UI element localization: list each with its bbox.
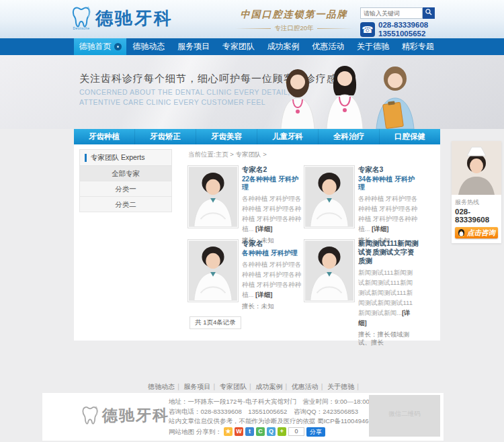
footer-contact-line: 咨询电话：028-83339608 13551005652 咨询QQ：24235…: [169, 407, 377, 417]
subnav-item-general[interactable]: 全科治疗: [319, 129, 380, 144]
pagination-info: 共 1页4条记录: [190, 316, 241, 329]
expert-skill: 擅长：未知: [242, 302, 302, 310]
footer-disclaimer-line: 站内文章信息仅供参考，不能作为诊断及医疗的依据 蜀ICP备11004946号: [169, 416, 377, 427]
tooth-logo-icon: Deutsche: [71, 6, 91, 30]
expert-description: 各种种植 牙科护理各种种植 牙科护理各种种植 牙科护理各种种植... [详细]: [242, 259, 302, 300]
search-bar: [360, 7, 435, 19]
subnav-item-implant[interactable]: 牙齿种植: [74, 129, 135, 144]
expert-name[interactable]: 专家名: [242, 239, 302, 248]
nav-item-promotions[interactable]: 优惠活动: [306, 38, 351, 55]
sidebar-item-category-2[interactable]: 分类二: [79, 197, 172, 212]
main-nav: 德驰首页 德驰动态 服务项目 专家团队 成功案例 优惠活动 关于德驰 精彩专题: [0, 38, 504, 55]
expert-photo[interactable]: [304, 165, 355, 228]
footer-address-line: 地址：一环路东一段172号-电子科大宾馆对门 营业时间：9:00—18:00: [169, 397, 377, 407]
footer-share-row: 网站地图 分享到： ★ W t C Q + 0 分享: [169, 427, 377, 437]
consult-widget: 服务热线 028-83339608 点击咨询: [452, 141, 501, 243]
expert-description: 新闻测试111新闻测试新闻测试111新闻测试新闻测试111新闻测试新闻测试111…: [358, 267, 419, 328]
expert-info: 专家名3 34各种种植 牙科护理 各种种植 牙科护理各种种植 牙科护理各种种植 …: [358, 165, 419, 245]
header: Deutsche 德驰牙科 中国口腔连锁第一品牌 专注口腔20年 ☎: [0, 0, 504, 38]
logo-text: 德驰牙科: [95, 7, 173, 30]
breadcrumb-current-link[interactable]: 专家团队: [235, 150, 261, 158]
sidebar-title: 专家团队 Experts: [91, 153, 145, 163]
footer: 德驰牙科 地址：一环路东一段172号-电子科大宾馆对门 营业时间：9:00—18…: [42, 393, 444, 441]
share-more-icon[interactable]: +: [278, 427, 286, 436]
hotline-number: 028-83339608: [455, 208, 501, 224]
sidebar-header: 专家团队 Experts: [79, 149, 172, 166]
footer-nav-promotions[interactable]: 优惠活动: [292, 383, 319, 390]
sidebar: 专家团队 Experts 全部专家 分类一 分类二: [79, 149, 172, 212]
footer-info: 地址：一环路东一段172号-电子科大宾馆对门 营业时间：9:00—18:00 咨…: [169, 397, 377, 437]
sidebar-item-all-experts[interactable]: 全部专家: [79, 166, 172, 181]
expert-card: 专家名2 22各种种植 牙科护理 各种种植 牙科护理各种种植 牙科护理各种种植 …: [187, 165, 303, 238]
nav-item-about[interactable]: 关于德驰: [351, 38, 396, 55]
nav-item-cases[interactable]: 成功案例: [261, 38, 306, 55]
footer-nav: 德驰动态| 服务项目| 专家团队| 成功案例| 优惠活动| 关于德驰|: [0, 382, 504, 392]
share-count: 0: [288, 427, 304, 436]
nav-active-badge-icon: [114, 43, 122, 50]
footer-nav-news[interactable]: 德驰动态: [148, 383, 175, 390]
expert-card: 专家名3 34各种种植 牙科护理 各种种植 牙科护理各种种植 牙科护理各种种植 …: [304, 165, 419, 238]
phone-numbers: 028-83339608 13551005652: [378, 21, 428, 38]
banner-staff-photo: [261, 56, 430, 129]
nav-item-specials[interactable]: 精彩专题: [395, 38, 440, 55]
header-phones: ☎ 028-83339608 13551005652: [360, 21, 428, 38]
tencent-weibo-icon[interactable]: t: [245, 427, 254, 436]
qzone-icon[interactable]: ★: [224, 427, 233, 436]
expert-description: 各种种植 牙科护理各种种植 牙科护理各种种植 牙科护理各种种植... [详细]: [242, 193, 302, 234]
footer-nav-about[interactable]: 关于德驰: [327, 383, 354, 390]
page: Deutsche 德驰牙科 中国口腔连锁第一品牌 专注口腔20年 ☎: [0, 0, 504, 442]
expert-skill: 擅长：擅长领域测试、擅长: [358, 330, 419, 347]
header-slogan: 中国口腔连锁第一品牌 专注口腔20年: [235, 9, 353, 33]
hero-banner: 关注齿科诊疗每个细节，细心呵护每一位顾客的诊疗感受 CONCERNED ABOU…: [0, 55, 504, 129]
nav-item-news[interactable]: 德驰动态: [126, 38, 171, 55]
footer-tooth-logo-icon: [81, 406, 99, 425]
footer-nav-cases[interactable]: 成功案例: [255, 383, 282, 390]
nav-item-services[interactable]: 服务项目: [171, 38, 216, 55]
main-content: 专家团队 Experts 全部专家 分类一 分类二 当前位置:主页 > 专家团队…: [74, 144, 440, 341]
nav-item-home[interactable]: 德驰首页: [74, 38, 126, 55]
expert-photo[interactable]: [187, 239, 239, 302]
hotline-label: 服务热线: [455, 198, 501, 207]
expert-card: 专家名 各种种植 牙科护理 各种种植 牙科护理各种种植 牙科护理各种种植 牙科护…: [187, 239, 303, 312]
expert-photo[interactable]: [187, 165, 239, 228]
consult-button[interactable]: 点击咨询: [455, 227, 498, 238]
phone-number-2: 13551005652: [378, 30, 428, 38]
search-input[interactable]: [360, 7, 423, 19]
wechat-icon[interactable]: C: [256, 427, 265, 436]
expert-name[interactable]: 新闻测试111新闻测试资质测试文字资质测: [358, 239, 419, 265]
expert-info: 专家名2 22各种种植 牙科护理 各种种植 牙科护理各种种植 牙科护理各种种植 …: [242, 165, 302, 245]
footer-nav-experts[interactable]: 专家团队: [220, 383, 247, 390]
share-label: 分享到：: [196, 427, 222, 437]
expert-title: 22各种种植 牙科护理: [242, 175, 302, 191]
nav-item-experts[interactable]: 专家团队: [216, 38, 261, 55]
expert-photo[interactable]: [304, 239, 355, 302]
expert-name[interactable]: 专家名3: [358, 165, 419, 174]
expert-title: 34各种种植 牙科护理: [358, 175, 419, 191]
wechat-qr-placeholder: 微信二维码: [369, 395, 440, 437]
phone-number-1: 028-83339608: [378, 21, 428, 30]
expert-info: 新闻测试111新闻测试资质测试文字资质测 新闻测试111新闻测试新闻测试111新…: [358, 239, 419, 347]
expert-description: 各种种植 牙科护理各种种植 牙科护理各种种植 牙科护理各种种植... [详细]: [358, 193, 419, 234]
subnav-item-orthodontics[interactable]: 牙齿矫正: [135, 129, 196, 144]
site-logo[interactable]: Deutsche 德驰牙科: [71, 6, 173, 30]
expert-name[interactable]: 专家名2: [242, 165, 302, 174]
subnav-item-oral-care[interactable]: 口腔保健: [380, 129, 440, 144]
search-button[interactable]: [423, 7, 435, 19]
subnav-item-cosmetic[interactable]: 牙齿美容: [196, 129, 257, 144]
detail-link[interactable]: [详细]: [255, 225, 272, 232]
sitemap-link[interactable]: 网站地图: [169, 427, 194, 437]
expert-title: 各种种植 牙科护理: [242, 249, 302, 257]
sidebar-accent-bar: [85, 154, 87, 162]
subnav-item-children[interactable]: 儿童牙科: [257, 129, 319, 144]
footer-logo-text: 德驰牙科: [102, 405, 169, 426]
sina-weibo-icon[interactable]: W: [235, 427, 243, 436]
qq-icon[interactable]: Q: [267, 427, 276, 436]
breadcrumb-home-link[interactable]: 主页: [216, 150, 228, 158]
detail-link[interactable]: [详细]: [255, 291, 272, 298]
detail-link[interactable]: [详细]: [372, 225, 388, 232]
sidebar-item-category-1[interactable]: 分类一: [79, 181, 172, 197]
slogan-sub: 专注口腔20年: [235, 24, 353, 33]
footer-nav-services[interactable]: 服务项目: [184, 383, 211, 390]
share-button[interactable]: 分享: [306, 427, 325, 437]
footer-logo: 德驰牙科: [81, 405, 169, 426]
